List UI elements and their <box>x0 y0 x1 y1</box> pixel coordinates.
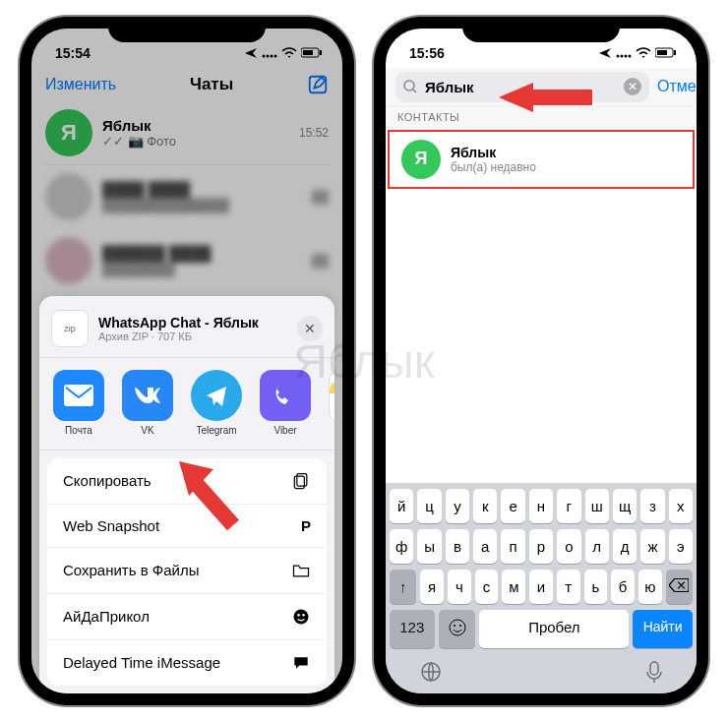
share-app-label: Telegram <box>196 425 236 436</box>
shift-key[interactable]: ↑ <box>390 570 416 604</box>
keyboard: йцукенгшщзх фывапролджэ ↑ ячсмитьбю 123 … <box>386 483 697 693</box>
letter-key[interactable]: б <box>611 570 635 604</box>
keyboard-row-2: фывапролджэ <box>390 529 693 564</box>
letter-key[interactable]: й <box>390 489 413 523</box>
globe-icon[interactable] <box>419 660 443 684</box>
signal-icon <box>616 48 632 58</box>
letter-key[interactable]: ю <box>638 570 662 604</box>
share-header: zip WhatsApp Chat - Яблык Архив ZIP · 70… <box>39 306 334 358</box>
svg-rect-19 <box>657 50 667 55</box>
action-label: Сохранить в Файлы <box>63 562 200 578</box>
letter-key[interactable]: з <box>640 489 664 523</box>
svg-point-13 <box>302 614 305 617</box>
letter-key[interactable]: е <box>501 489 524 523</box>
svg-point-14 <box>617 54 620 57</box>
action-label: АйДаПрикол <box>63 608 150 625</box>
letter-key[interactable]: в <box>446 529 469 564</box>
svg-point-11 <box>294 609 309 624</box>
screen-right: 15:56 ✕ Отмена КОНТАКТЫ Я Яблык <box>386 29 697 693</box>
svg-point-23 <box>454 625 455 627</box>
space-key[interactable]: Пробел <box>479 610 629 648</box>
share-app-mail[interactable]: Почта <box>53 370 104 438</box>
vk-icon <box>122 370 173 421</box>
letter-key[interactable]: д <box>613 529 637 564</box>
letter-key[interactable]: ы <box>417 529 441 564</box>
letter-key[interactable]: ч <box>448 570 471 604</box>
letter-key[interactable]: я <box>420 570 444 604</box>
notch <box>108 17 266 42</box>
action-joke[interactable]: АйДаПрикол <box>47 594 327 640</box>
search-result[interactable]: Я Яблык был(а) недавно <box>388 130 695 189</box>
copy-icon <box>291 471 311 491</box>
clear-icon[interactable]: ✕ <box>624 78 641 95</box>
find-key[interactable]: Найти <box>633 610 693 648</box>
p-icon: P <box>301 517 311 534</box>
empty-area <box>386 191 697 483</box>
status-time: 15:56 <box>409 45 445 61</box>
letter-key[interactable]: ш <box>585 489 609 523</box>
svg-point-21 <box>404 81 414 90</box>
battery-icon <box>655 47 677 58</box>
letter-key[interactable]: п <box>501 529 524 564</box>
letter-key[interactable]: м <box>502 570 525 604</box>
letter-key[interactable]: ж <box>640 529 664 564</box>
svg-point-22 <box>450 620 465 635</box>
bubble-icon <box>291 653 311 673</box>
file-badge: zip <box>51 310 89 347</box>
svg-point-16 <box>625 54 628 57</box>
action-label: Скопировать <box>63 472 152 489</box>
share-app-label: Viber <box>273 425 296 436</box>
share-app-viber[interactable]: Viber <box>260 370 311 438</box>
emoji-key[interactable] <box>439 610 476 648</box>
wifi-icon <box>636 47 651 59</box>
notch <box>462 17 620 42</box>
svg-point-17 <box>629 54 632 57</box>
share-app-telegram[interactable]: Telegram <box>191 370 242 438</box>
backspace-key[interactable] <box>666 570 693 604</box>
close-icon[interactable]: ✕ <box>297 316 323 341</box>
share-app-notes[interactable]: Заметки <box>329 370 334 438</box>
svg-rect-26 <box>650 662 658 675</box>
keyboard-row-1: йцукенгшщзх <box>390 489 693 523</box>
status-icons <box>598 47 677 59</box>
telegram-icon <box>191 370 242 421</box>
letter-key[interactable]: щ <box>613 489 637 523</box>
share-app-label: VK <box>141 425 153 436</box>
letter-key[interactable]: ь <box>584 570 608 604</box>
letter-key[interactable]: ф <box>390 529 413 564</box>
arrow-annotation <box>169 451 248 530</box>
letter-key[interactable]: х <box>669 489 693 523</box>
letter-key[interactable]: с <box>475 570 499 604</box>
action-save-files[interactable]: Сохранить в Файлы <box>47 548 327 594</box>
letter-key[interactable]: а <box>473 529 497 564</box>
share-app-vk[interactable]: VK <box>122 370 173 438</box>
svg-rect-20 <box>674 50 676 55</box>
emoji-icon <box>449 619 466 636</box>
letter-key[interactable]: г <box>557 489 580 523</box>
letter-key[interactable]: и <box>529 570 553 604</box>
phone-right: 15:56 ✕ Отмена КОНТАКТЫ Я Яблык <box>374 17 708 705</box>
numbers-key[interactable]: 123 <box>390 610 435 648</box>
svg-rect-8 <box>64 385 93 406</box>
notes-icon <box>329 370 334 423</box>
share-title: WhatsApp Chat - Яблык <box>98 315 259 330</box>
arrow-annotation <box>494 78 592 117</box>
letter-key[interactable]: у <box>446 489 469 523</box>
face-icon <box>291 607 311 627</box>
letter-key[interactable]: р <box>529 529 553 564</box>
letter-key[interactable]: к <box>473 489 497 523</box>
mail-icon <box>53 370 104 421</box>
letter-key[interactable]: т <box>557 570 580 604</box>
letter-key[interactable]: о <box>557 529 580 564</box>
mic-icon[interactable] <box>645 660 663 684</box>
share-apps-row: Почта VK Telegram <box>39 358 334 451</box>
letter-key[interactable]: ц <box>417 489 441 523</box>
letter-key[interactable]: н <box>529 489 553 523</box>
result-name: Яблык <box>451 145 536 160</box>
search-icon <box>403 80 417 93</box>
viber-icon <box>260 370 311 421</box>
letter-key[interactable]: л <box>585 529 609 564</box>
action-delayed-imessage[interactable]: Delayed Time iMessage <box>47 640 327 686</box>
letter-key[interactable]: э <box>669 529 693 564</box>
cancel-button[interactable]: Отмена <box>657 78 697 95</box>
